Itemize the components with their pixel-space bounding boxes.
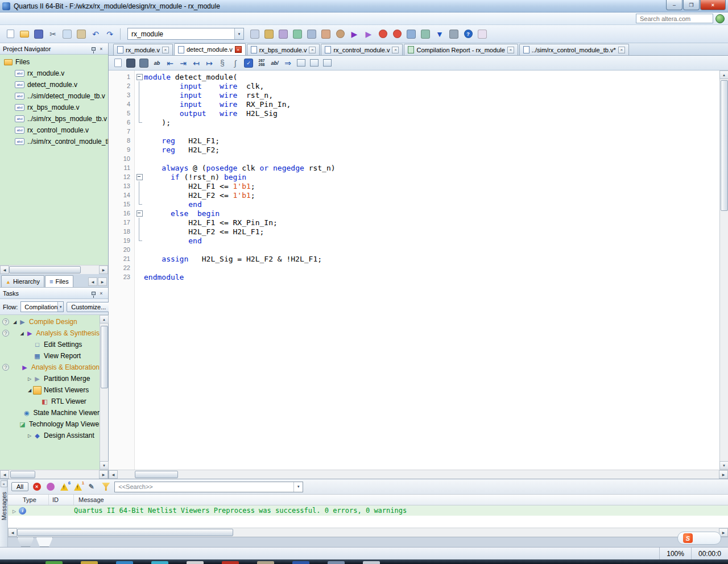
code-line[interactable]: 11 always @ (posedge clk or negedge rst_… bbox=[109, 163, 719, 172]
task-item[interactable]: ▶ Analysis & Elaboration bbox=[0, 362, 100, 373]
comment-button[interactable]: ab/ bbox=[268, 57, 281, 69]
tabs-scroll-left-icon[interactable] bbox=[88, 277, 97, 286]
find-button[interactable] bbox=[125, 57, 137, 69]
fold-marker[interactable] bbox=[135, 99, 144, 109]
start-compilation-button[interactable]: ▶ bbox=[348, 27, 361, 41]
code-line[interactable]: 3 input wire rst_n, bbox=[109, 90, 719, 99]
cut-button[interactable]: ✂ bbox=[46, 27, 60, 41]
file-item[interactable]: abd rx_bps_module.v bbox=[0, 102, 108, 113]
fold-marker[interactable] bbox=[135, 72, 144, 81]
menu-item[interactable] bbox=[75, 17, 84, 20]
fold-marker[interactable] bbox=[135, 154, 144, 163]
code-line[interactable]: 15 end bbox=[109, 200, 719, 209]
fold-marker[interactable] bbox=[135, 218, 144, 227]
code-line[interactable]: 1 module detect_module( bbox=[109, 72, 719, 81]
minimize-button[interactable]: – bbox=[666, 0, 682, 10]
insert-template-button[interactable]: ∫ bbox=[229, 57, 242, 69]
menu-item[interactable] bbox=[30, 17, 39, 20]
code-line[interactable]: 9 reg H2L_F2; bbox=[109, 145, 719, 154]
combo-arrow-icon[interactable] bbox=[293, 482, 303, 492]
taskbar-icon[interactable] bbox=[363, 561, 380, 564]
indent-button[interactable]: ↦ bbox=[203, 57, 216, 69]
code-line[interactable]: 6 ); bbox=[109, 118, 719, 127]
tab-files[interactable]: Files bbox=[45, 275, 73, 287]
taskbar-icon[interactable] bbox=[81, 561, 98, 564]
timing-analyzer-button[interactable] bbox=[376, 27, 390, 41]
tasks-vscrollbar[interactable] bbox=[100, 315, 108, 470]
menu-item[interactable] bbox=[11, 17, 20, 20]
scroll-thumb[interactable] bbox=[721, 80, 728, 211]
help-button[interactable]: ? bbox=[461, 27, 475, 41]
code-line[interactable]: 2 input wire clk, bbox=[109, 81, 719, 90]
assignments-button[interactable] bbox=[305, 27, 318, 41]
expand-arrow-icon[interactable]: ◢ bbox=[26, 388, 33, 393]
tab-close-icon[interactable] bbox=[507, 47, 514, 53]
fold-marker[interactable] bbox=[135, 245, 144, 254]
tab-close-icon[interactable] bbox=[618, 47, 625, 53]
error-filter-button[interactable]: × bbox=[31, 482, 43, 492]
task-item[interactable]: ◢ ▶ Compile Design bbox=[0, 316, 100, 327]
taskbar-icon[interactable] bbox=[222, 561, 239, 564]
save-button[interactable] bbox=[32, 27, 46, 41]
fold-marker[interactable] bbox=[135, 90, 144, 99]
code-line[interactable]: 13 H2L_F1 <= 1'b1; bbox=[109, 181, 719, 190]
task-item[interactable]: ◢ ▶ Analysis & Synthesis bbox=[0, 327, 100, 339]
scroll-thumb[interactable] bbox=[9, 266, 81, 273]
fold-marker[interactable] bbox=[135, 118, 144, 127]
file-item[interactable]: abd rx_control_module.v bbox=[0, 125, 108, 136]
critical-warning-filter-button[interactable] bbox=[44, 482, 56, 492]
code-line[interactable]: 22 bbox=[109, 263, 719, 272]
tab-close-icon[interactable] bbox=[235, 46, 242, 53]
file-item[interactable]: abd ../sim/rx_bps_module_tb.v bbox=[0, 113, 108, 125]
expand-arrow-icon[interactable]: ◢ bbox=[19, 331, 26, 336]
copy-button[interactable] bbox=[60, 27, 74, 41]
scroll-left-icon[interactable] bbox=[109, 470, 118, 479]
scroll-up-icon[interactable] bbox=[719, 70, 728, 79]
taskbar-icon[interactable] bbox=[187, 561, 204, 564]
expand-arrow-icon[interactable] bbox=[13, 507, 16, 515]
indent-right-button[interactable]: ⇥ bbox=[177, 57, 189, 69]
line-count-button[interactable]: 267 268 bbox=[255, 57, 268, 69]
fold-marker[interactable] bbox=[135, 127, 144, 136]
task-item[interactable]: □ Edit Settings bbox=[0, 339, 100, 350]
view-pane-2-button[interactable] bbox=[308, 57, 320, 69]
message-row[interactable]: Quartus II 64-Bit Netlist Viewers Prepro… bbox=[8, 505, 728, 516]
files-root[interactable]: Files bbox=[0, 56, 108, 68]
attach-file-button[interactable]: § bbox=[216, 57, 229, 69]
combo-arrow-icon[interactable] bbox=[234, 28, 243, 39]
taskbar-icon[interactable] bbox=[46, 561, 63, 564]
fold-marker[interactable] bbox=[135, 145, 144, 154]
close-button[interactable]: × bbox=[700, 0, 726, 10]
assignment-editor-button[interactable] bbox=[248, 27, 262, 41]
scroll-right-icon[interactable] bbox=[719, 470, 728, 479]
fold-marker[interactable] bbox=[135, 263, 144, 272]
fold-marker[interactable] bbox=[135, 163, 144, 172]
expand-arrow-icon[interactable]: ▷ bbox=[26, 433, 33, 438]
feedback-button[interactable] bbox=[475, 27, 489, 41]
file-item[interactable]: abd ../sim/detect_module_tb.v bbox=[0, 90, 108, 102]
tab-close-icon[interactable] bbox=[162, 47, 169, 53]
task-item[interactable]: ▷ ◆ Design Assistant bbox=[0, 430, 100, 441]
view-pane-3-button[interactable] bbox=[321, 57, 333, 69]
fold-marker[interactable] bbox=[135, 227, 144, 236]
messages-hscrollbar[interactable] bbox=[8, 528, 728, 537]
flow-combo[interactable]: Compilation bbox=[20, 301, 64, 312]
code-line[interactable]: 10 bbox=[109, 154, 719, 163]
indent-left-button[interactable]: ⇤ bbox=[164, 57, 176, 69]
panel-close-icon[interactable]: × bbox=[97, 289, 105, 297]
task-item[interactable]: ◉ State Machine Viewer bbox=[0, 407, 100, 418]
code-line[interactable]: 17 H2L_F1 <= RX_Pin_In; bbox=[109, 218, 719, 227]
tasks-hscrollbar[interactable] bbox=[0, 470, 108, 479]
paste-button[interactable] bbox=[75, 27, 88, 41]
menu-item[interactable] bbox=[2, 17, 11, 20]
scroll-left-icon[interactable] bbox=[8, 528, 17, 537]
task-item[interactable]: ▷ ▶ Partition Merge bbox=[0, 373, 100, 384]
netlist-viewer-button[interactable] bbox=[404, 27, 418, 41]
fold-marker[interactable] bbox=[135, 209, 144, 218]
pin-planner-button[interactable] bbox=[262, 27, 276, 41]
taskbar-icon[interactable] bbox=[116, 561, 133, 564]
taskbar-icon[interactable] bbox=[151, 561, 168, 564]
code-line[interactable]: 4 input wire RX_Pin_In, bbox=[109, 99, 719, 109]
code-line[interactable]: 16 else begin bbox=[109, 209, 719, 218]
scroll-thumb[interactable] bbox=[17, 529, 233, 536]
